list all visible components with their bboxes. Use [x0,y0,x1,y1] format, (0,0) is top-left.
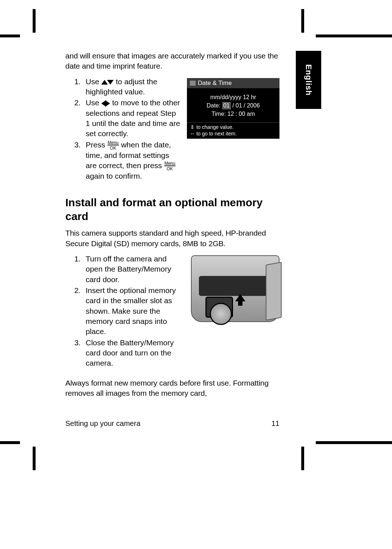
lcd-time-value: 12 : 00 am [228,111,255,117]
page-body: and will ensure that images are accurate… [65,51,279,404]
menu-ok-bottom: OK [164,166,176,171]
step-text: Use [86,77,101,86]
lcd-footer-text: to change value. [196,124,234,130]
lcd-footer-line-2: ↔ to go to next item. [190,130,277,137]
arrow-right-icon [105,100,110,107]
updown-symbol: ⇕ [190,124,195,130]
menu-ok-top: Menu [107,141,119,146]
crop-mark [316,34,392,37]
memcard-step-1: Turn off the camera and open the Battery… [83,254,184,285]
intro-paragraph: and will ensure that images are accurate… [65,51,279,72]
step-text: again to confirm. [86,172,142,180]
arrow-down-icon [107,80,114,85]
lcd-title-text: Date & Time [198,80,232,87]
menu-ok-icon: Menu OK [107,141,119,150]
date-time-step-2: Use to move to the other selections and … [83,98,180,139]
lcd-date-highlight: 01 [222,102,231,109]
step-text: Use [86,98,101,107]
crop-mark [0,441,20,444]
menu-ok-top: Menu [164,161,176,166]
camera-slot [199,276,271,296]
language-tab: English [296,51,321,109]
memcard-intro: This camera supports standard and high s… [65,228,279,249]
step-text: Insert the optional memory card in the s… [86,285,184,337]
step-text: Press [86,141,107,149]
lcd-format-line: mm/dd/yyyy 12 hr [187,94,279,101]
lcd-footer-line-1: ⇕ to change value. [190,124,277,130]
crop-mark [33,447,36,470]
lcd-body: mm/dd/yyyy 12 hr Date: 01 / 01 / 2006 Ti… [187,88,279,122]
running-footer: Setting up your camera 11 [65,419,279,428]
crop-mark [316,441,392,444]
crop-mark [33,9,36,33]
lcd-title-bar: Date & Time [187,78,279,88]
crop-mark [0,34,20,37]
step-text: Turn off the camera and open the Battery… [86,254,184,285]
menu-ok-bottom: OK [107,146,119,150]
memcard-outro: Always format new memory cards before fi… [65,378,279,399]
lcd-footer: ⇕ to change value. ↔ to go to next item. [187,122,279,139]
camera-illustration [191,255,279,322]
calendar-clock-icon [190,81,196,86]
section-heading: Install and format an optional memory ca… [65,196,279,223]
insert-arrow-icon [235,294,245,301]
date-time-steps: Use to adjust the highlighted value. Use… [65,77,180,182]
lcd-time-label: Time: [212,111,226,117]
memcard-steps-block: Turn off the camera and open the Battery… [65,254,279,374]
lcd-date-label: Date: [207,102,220,109]
camera-detail [210,303,232,325]
language-tab-label: English [304,64,313,95]
lcd-date-rest: / 01 / 2006 [231,102,260,109]
memcard-step-3: Close the Battery/Memory card door and t… [83,338,184,369]
date-time-steps-block: Use to adjust the highlighted value. Use… [65,77,279,187]
lcd-time-line: Time: 12 : 00 am [187,111,279,117]
menu-ok-icon: Menu OK [164,161,176,171]
lcd-footer-text: to go to next item. [196,131,237,137]
memcard-steps: Turn off the camera and open the Battery… [65,254,184,369]
memcard-step-2: Insert the optional memory card in the s… [83,285,184,337]
date-time-step-3: Press Menu OK when the date, time, and f… [83,140,180,182]
camera-door [266,262,282,321]
crop-mark [301,447,304,470]
footer-section: Setting up your camera [65,419,140,428]
lcd-date-line: Date: 01 / 01 / 2006 [187,102,279,109]
date-time-step-1: Use to adjust the highlighted value. [83,77,180,97]
date-time-lcd: Date & Time mm/dd/yyyy 12 hr Date: 01 / … [187,78,279,139]
crop-mark [301,9,304,33]
footer-page-number: 11 [271,419,279,428]
leftright-symbol: ↔ [190,130,195,137]
